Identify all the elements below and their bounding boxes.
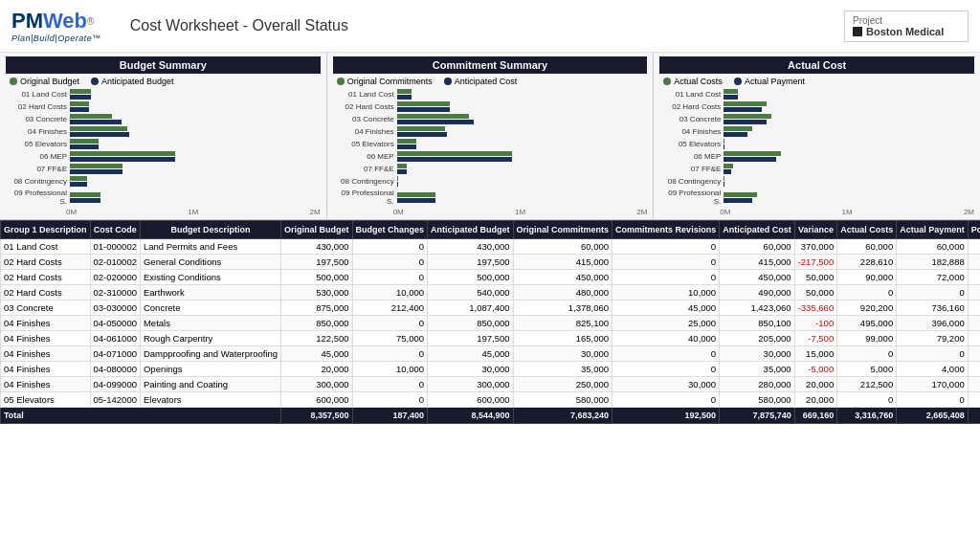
chart-bars: [397, 176, 644, 187]
chart-bars: [724, 176, 970, 187]
table-cell: 04 Finishes: [1, 331, 91, 346]
data-table-area[interactable]: Group 1 DescriptionCost CodeBudget Descr…: [0, 220, 980, 534]
table-cell: 50,000: [794, 270, 837, 285]
chart-bars: [724, 164, 970, 174]
table-cell: Metals: [140, 316, 280, 331]
table-cell: Concrete: [140, 300, 280, 316]
chart-bars: [397, 151, 644, 162]
table-cell: -7,500: [794, 331, 837, 346]
bar-secondary: [70, 132, 129, 137]
cost-table: Group 1 DescriptionCost CodeBudget Descr…: [0, 220, 980, 424]
footer-total-value: 8,357,500: [281, 408, 353, 424]
bar-primary: [397, 126, 445, 131]
table-cell: 500,000: [428, 270, 514, 285]
table-cell: 396,000: [897, 316, 969, 331]
table-cell: Openings: [140, 362, 280, 377]
chart-row: 08 Contingency: [337, 176, 644, 187]
legend-green-dot3: [663, 78, 671, 85]
table-row: 04 Finishes04-061000Rough Carpentry122,5…: [1, 331, 981, 346]
bar-primary: [397, 151, 512, 156]
table-cell: 03-030000: [90, 300, 140, 316]
chart-row: 02 Hard Costs: [663, 101, 970, 112]
project-name: Boston Medical: [866, 26, 944, 37]
bar-primary: [70, 114, 112, 119]
footer-total-value: 7,875,740: [720, 408, 795, 424]
chart-row: 09 Professional S.: [10, 189, 317, 206]
table-cell: 15,000: [794, 346, 837, 362]
table-cell: 30,000: [428, 362, 514, 377]
table-cell: 02-010002: [90, 255, 140, 270]
table-cell: 0: [612, 362, 720, 377]
charts-area: Budget Summary Original Budget Anticipat…: [0, 53, 980, 220]
bar-primary: [70, 164, 122, 168]
table-cell: 0: [352, 255, 428, 270]
chart-bars: [70, 126, 317, 137]
chart-bars: [70, 89, 317, 100]
chart-row-label: 09 Professional S.: [10, 189, 67, 206]
chart-bars: [70, 114, 317, 124]
table-cell: 79,200: [897, 331, 969, 346]
chart-row: 06 MEP: [10, 151, 317, 162]
table-cell: 430,000: [428, 239, 514, 255]
table-cell: 40,000: [612, 331, 720, 346]
footer-total-value: 7,683,240: [513, 408, 612, 424]
project-label: Project: [853, 15, 960, 26]
actual-chart-title: Actual Cost: [659, 56, 974, 74]
column-header: Actual Payment: [897, 221, 969, 239]
table-cell: 0: [352, 316, 428, 331]
table-cell: 01-000002: [90, 239, 140, 255]
chart-bars: [397, 192, 644, 203]
chart-row-label: 07 FF&E: [10, 165, 67, 173]
table-cell: 0: [837, 285, 897, 300]
table-cell: 04-080000: [90, 362, 140, 377]
table-cell: Elevators: [140, 392, 280, 408]
chart-bars: [724, 114, 970, 124]
logo: PM Web ® Plan|Build|Operate™: [11, 9, 101, 43]
table-cell: 02-020000: [90, 270, 140, 285]
table-cell: 10,000: [968, 255, 980, 270]
table-cell: 75,000: [352, 331, 428, 346]
table-cell: 35,000: [513, 362, 612, 377]
chart-row-label: 04 Finishes: [663, 127, 721, 136]
table-cell: 5,000: [837, 362, 897, 377]
table-cell: 60,000: [720, 239, 795, 255]
table-cell: Dampproofing and Waterproofing: [140, 346, 280, 362]
table-cell: 500,000: [281, 270, 353, 285]
legend-navy-dot3: [734, 78, 742, 85]
table-cell: 212,500: [837, 377, 897, 392]
table-cell: 1,423,060: [720, 300, 795, 316]
bar-secondary: [397, 107, 450, 112]
chart-row: 09 Professional S.: [337, 189, 644, 206]
chart-bars: [70, 192, 317, 203]
table-cell: 20,000: [281, 362, 353, 377]
bar-primary: [70, 101, 89, 106]
bar-primary: [397, 192, 435, 197]
table-cell: 495,000: [837, 316, 897, 331]
chart-row-label: 09 Professional S.: [337, 189, 394, 206]
table-cell: 280,000: [720, 377, 795, 392]
chart-row-label: 04 Finishes: [10, 127, 67, 136]
table-cell: 0: [352, 270, 428, 285]
chart-row-label: 07 FF&E: [337, 165, 394, 173]
chart-row: 07 FF&E: [10, 164, 317, 174]
legend-actual-costs-label: Actual Costs: [674, 77, 723, 86]
table-cell: 30,000: [720, 346, 795, 362]
bar-secondary: [397, 182, 398, 187]
table-cell: 35,000: [720, 362, 795, 377]
chart-row-label: 03 Concrete: [10, 115, 67, 123]
table-row: 01 Land Cost01-000002Land Permits and Fe…: [1, 239, 981, 255]
table-cell: 300,000: [281, 377, 353, 392]
chart-row: 03 Concrete: [663, 114, 970, 124]
bar-secondary: [724, 95, 738, 100]
bar-primary: [724, 139, 724, 144]
table-cell: 03 Concrete: [1, 300, 91, 316]
table-cell: 50,000: [968, 300, 980, 316]
table-cell: 170,000: [897, 377, 969, 392]
table-cell: 0: [968, 239, 980, 255]
chart-row-label: 05 Elevators: [337, 140, 394, 148]
column-header: Actual Costs: [837, 221, 897, 239]
actual-chart-body: 01 Land Cost02 Hard Costs03 Concrete04 F…: [659, 89, 974, 206]
table-cell: 02 Hard Costs: [1, 255, 91, 270]
chart-bars: [724, 151, 970, 162]
table-row: 04 Finishes04-050000Metals850,0000850,00…: [1, 316, 981, 331]
